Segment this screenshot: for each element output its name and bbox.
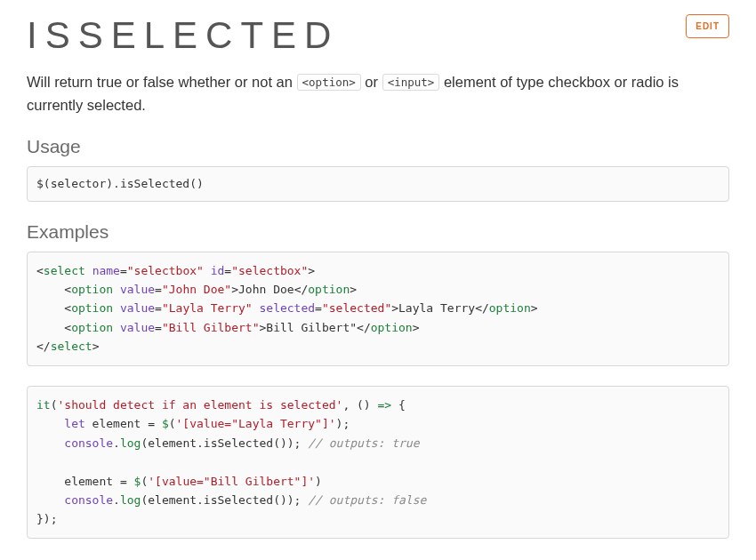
code-token: >	[308, 264, 315, 277]
code-token: <	[64, 283, 71, 296]
code-token: {	[391, 398, 406, 412]
code-token: "Layla Terry"	[162, 301, 253, 315]
code-token: </	[36, 340, 51, 353]
examples-code-block-html: <select name="selectbox" id="selectbox">…	[27, 252, 729, 366]
code-token	[36, 417, 64, 430]
code-token	[36, 283, 64, 296]
code-token	[36, 321, 64, 334]
usage-code-line: $(selector).isSelected()	[36, 177, 204, 190]
code-token: <	[64, 321, 71, 334]
code-token: log	[120, 493, 141, 507]
code-token: value	[120, 321, 155, 334]
description-paragraph: Will return true or false whether or not…	[27, 71, 729, 116]
desc-text-1: Will return true or false whether or not…	[27, 74, 297, 90]
code-token: log	[120, 436, 141, 450]
code-token: "selectbox"	[231, 264, 308, 277]
code-token: >	[231, 283, 238, 296]
code-token	[36, 301, 64, 315]
page-title: ISSELECTED	[27, 14, 339, 57]
code-token: option	[71, 301, 113, 315]
code-token: "John Doe"	[162, 283, 231, 296]
code-token: (element.isSelected());	[141, 493, 308, 507]
code-token: element =	[64, 475, 133, 488]
code-token: >	[413, 321, 420, 334]
code-token: =	[315, 301, 322, 315]
code-token: console	[64, 436, 113, 450]
code-token: element =	[85, 417, 162, 430]
code-token: option	[71, 283, 113, 296]
code-token: '[value="Bill Gilbert"]'	[148, 475, 315, 488]
code-token: select	[44, 264, 85, 277]
code-token: it	[36, 398, 51, 412]
code-token: option	[71, 321, 113, 334]
code-token: // outputs: false	[308, 493, 426, 507]
code-token: (	[169, 417, 176, 430]
code-token	[113, 321, 120, 334]
code-token: =	[120, 264, 127, 277]
code-token: >	[92, 340, 100, 353]
code-token: <	[36, 264, 44, 277]
examples-heading: Examples	[27, 221, 729, 243]
usage-code-block: $(selector).isSelected()	[27, 166, 729, 201]
code-token: =	[155, 301, 162, 315]
desc-text-2: or	[361, 74, 382, 90]
code-token	[113, 301, 120, 315]
code-token: option	[489, 301, 531, 315]
code-token: id	[211, 264, 225, 277]
inline-code-input: <input>	[382, 74, 440, 91]
code-token: >	[350, 283, 357, 296]
code-token: <	[64, 301, 71, 315]
code-token	[113, 283, 120, 296]
code-token: .	[113, 493, 120, 507]
code-token: name	[92, 264, 120, 277]
code-token	[85, 264, 92, 277]
code-token: "selected"	[322, 301, 391, 315]
code-token: Bill Gilbert"	[266, 321, 357, 334]
code-token: Layla Terry	[398, 301, 475, 315]
code-token: >	[531, 301, 538, 315]
code-token: =	[155, 321, 162, 334]
code-token: option	[371, 321, 413, 334]
code-token: (element.isSelected());	[141, 436, 308, 450]
code-token: </	[475, 301, 489, 315]
code-token: select	[51, 340, 92, 353]
code-token: '[value="Layla Terry"]'	[176, 417, 336, 430]
code-token	[36, 475, 64, 488]
code-token: console	[64, 493, 113, 507]
code-token: John Doe	[238, 283, 294, 296]
code-token	[36, 493, 64, 507]
code-token: =>	[378, 398, 392, 412]
usage-heading: Usage	[27, 136, 729, 157]
examples-code-block-js: it('should detect if an element is selec…	[27, 386, 729, 539]
code-token: >	[391, 301, 398, 315]
code-token: let	[64, 417, 84, 430]
code-token: value	[120, 283, 155, 296]
inline-code-option: <option>	[297, 74, 361, 91]
code-token: value	[120, 301, 155, 315]
code-token	[36, 436, 64, 450]
code-token: $	[162, 417, 169, 430]
code-token: </	[357, 321, 371, 334]
code-token: selected	[259, 301, 315, 315]
code-token: "Bill Gilbert"	[162, 321, 260, 334]
code-token: )	[315, 475, 322, 488]
code-token: , ()	[342, 398, 377, 412]
code-token: );	[336, 417, 350, 430]
code-token: "selectbox"	[127, 264, 204, 277]
code-token: // outputs: true	[308, 436, 419, 450]
code-token	[204, 264, 211, 277]
code-token: });	[36, 512, 57, 525]
code-token: =	[155, 283, 162, 296]
code-token: </	[294, 283, 309, 296]
code-token: option	[308, 283, 350, 296]
code-token: 'should detect if an element is selected…	[57, 398, 342, 412]
edit-button[interactable]: EDIT	[686, 14, 729, 38]
code-token: =	[224, 264, 231, 277]
code-token: .	[113, 436, 120, 450]
